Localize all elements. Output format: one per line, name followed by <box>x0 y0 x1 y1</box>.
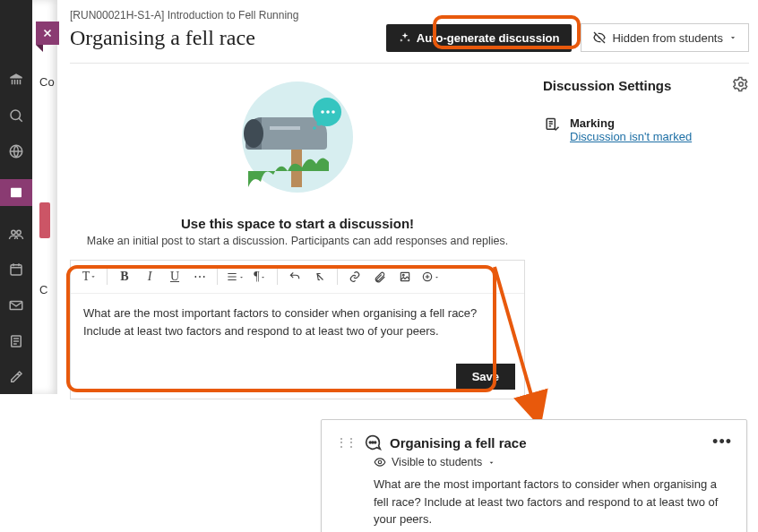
attachment-button[interactable] <box>368 266 392 287</box>
calendar-icon[interactable] <box>8 262 24 278</box>
svg-rect-5 <box>11 265 22 275</box>
peek-tab-content: Co <box>39 75 55 89</box>
empty-state-subtext: Make an initial post to start a discussi… <box>70 235 525 247</box>
clear-format-button[interactable] <box>308 266 332 287</box>
underline-button[interactable]: U <box>163 266 186 287</box>
svg-point-4 <box>17 230 22 235</box>
close-icon <box>41 27 54 39</box>
editor-toolbar: T B I U ⋯ ¶ <box>71 261 524 294</box>
page-title: Organising a fell race <box>70 26 255 50</box>
text-style-menu[interactable]: T <box>78 266 101 287</box>
settings-gear-icon[interactable] <box>733 76 749 95</box>
marking-section: Marking Discussion isn't marked <box>543 116 749 143</box>
svg-point-15 <box>313 126 316 130</box>
svg-point-28 <box>378 460 382 464</box>
globe-icon[interactable] <box>8 143 24 159</box>
svg-point-11 <box>244 119 263 148</box>
discussion-item-title[interactable]: Organising a fell race <box>390 435 527 450</box>
hidden-icon <box>592 30 607 45</box>
item-visibility-label: Visible to students <box>392 456 482 468</box>
mailbox-illustration <box>221 73 374 207</box>
paragraph-menu[interactable]: ¶ <box>248 266 271 287</box>
svg-point-26 <box>372 442 374 443</box>
sparkle-icon <box>399 31 411 44</box>
undo-button[interactable] <box>283 266 306 287</box>
svg-rect-2 <box>11 188 22 198</box>
align-menu[interactable] <box>223 266 246 287</box>
discussion-item-card: ⋮⋮ Organising a fell race ••• Visible to… <box>321 419 747 532</box>
svg-line-24 <box>495 267 537 414</box>
course-thumb <box>39 202 50 238</box>
bold-button[interactable]: B <box>113 266 136 287</box>
chevron-down-icon <box>728 33 737 42</box>
svg-point-25 <box>369 442 371 443</box>
chevron-down-icon <box>487 459 495 467</box>
auto-generate-discussion-button[interactable]: Auto-generate discussion <box>386 24 573 52</box>
drag-handle-icon[interactable]: ⋮⋮ <box>336 436 356 449</box>
groups-icon[interactable] <box>8 226 24 242</box>
grades-icon[interactable] <box>8 333 24 349</box>
svg-point-0 <box>11 110 21 120</box>
settings-heading: Discussion Settings <box>543 78 671 93</box>
courses-icon[interactable] <box>0 179 32 206</box>
empty-discussion-state: Use this space to start a discussion! Ma… <box>70 73 525 247</box>
callout-arrow <box>487 260 550 430</box>
marking-status-link[interactable]: Discussion isn't marked <box>570 130 692 143</box>
more-formatting-button[interactable]: ⋯ <box>188 266 211 287</box>
app-nav-rail <box>0 0 32 394</box>
tools-icon[interactable] <box>8 369 24 385</box>
svg-point-14 <box>317 122 322 126</box>
image-button[interactable] <box>393 266 417 287</box>
empty-state-heading: Use this space to start a discussion! <box>70 216 525 231</box>
editor-textarea[interactable]: What are the most important factors to c… <box>71 294 524 356</box>
visibility-toggle[interactable]: Hidden from students <box>581 23 749 52</box>
link-button[interactable] <box>343 266 366 287</box>
marking-label: Marking <box>570 116 692 130</box>
discussion-item-body: What are the most important factors to c… <box>374 476 732 528</box>
svg-point-3 <box>12 230 16 235</box>
peek-tab-content2: C <box>39 283 47 296</box>
svg-point-22 <box>739 82 744 87</box>
institution-icon[interactable] <box>8 72 24 88</box>
panel-shadow <box>32 0 57 394</box>
main-panel: [RUN00021H-S1-A] Introduction to Fell Ru… <box>70 9 749 399</box>
search-icon[interactable] <box>8 107 24 124</box>
italic-button[interactable]: I <box>138 266 161 287</box>
marking-icon <box>543 116 561 143</box>
svg-point-18 <box>332 110 335 114</box>
svg-point-27 <box>375 442 376 443</box>
svg-point-16 <box>321 110 324 114</box>
visibility-label: Hidden from students <box>612 31 723 45</box>
item-visibility-toggle[interactable]: Visible to students <box>374 456 732 468</box>
close-panel-button[interactable] <box>36 21 59 45</box>
insert-menu[interactable] <box>418 266 442 287</box>
svg-rect-12 <box>270 126 300 130</box>
item-menu-button[interactable]: ••• <box>712 433 732 451</box>
svg-point-20 <box>402 274 404 276</box>
discussion-editor: T B I U ⋯ ¶ <box>70 260 525 399</box>
svg-rect-19 <box>401 272 409 280</box>
discussion-icon <box>363 433 383 452</box>
auto-generate-label: Auto-generate discussion <box>417 31 560 45</box>
breadcrumb: [RUN00021H-S1-A] Introduction to Fell Ru… <box>70 9 749 21</box>
svg-point-17 <box>326 110 330 114</box>
eye-icon <box>374 456 386 468</box>
messages-icon[interactable] <box>8 297 24 313</box>
